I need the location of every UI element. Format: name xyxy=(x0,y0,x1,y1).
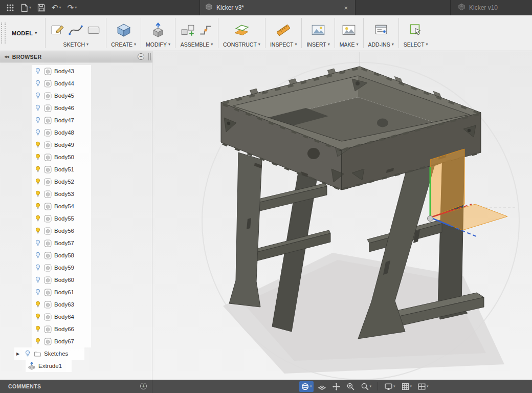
app-grid-icon[interactable] xyxy=(4,2,16,13)
create-form-button[interactable] xyxy=(116,23,131,38)
undo-button[interactable]: ↶ ▾ xyxy=(50,3,63,13)
expand-arrow-icon[interactable]: ▶ xyxy=(16,352,21,356)
new-component-button[interactable] xyxy=(180,23,195,38)
origin-point[interactable] xyxy=(428,216,433,222)
insert-image-button[interactable] xyxy=(311,23,326,38)
close-tab-icon[interactable]: × xyxy=(342,4,350,12)
save-button[interactable] xyxy=(35,2,48,13)
insert-menu[interactable]: INSERT▾ xyxy=(306,41,329,48)
grid-snaps-button[interactable]: ▾ xyxy=(400,381,414,392)
browser-body-row[interactable]: Body61 xyxy=(32,286,91,298)
inspect-menu[interactable]: INSPECT▾ xyxy=(270,41,297,48)
browser-body-row[interactable]: Body50 xyxy=(32,151,91,163)
browser-feature-row[interactable]: Extrude1 xyxy=(26,360,72,372)
visibility-bulb-icon[interactable] xyxy=(34,215,41,222)
make-button[interactable] xyxy=(341,23,357,38)
browser-body-row[interactable]: Body60 xyxy=(32,274,91,286)
browser-body-row[interactable]: Body59 xyxy=(32,261,91,274)
sketch-spline-button[interactable] xyxy=(68,23,83,38)
panel-edge[interactable] xyxy=(152,51,152,380)
select-menu[interactable]: SELECT▾ xyxy=(404,41,428,48)
browser-body-row[interactable]: Body47 xyxy=(32,114,91,126)
sketch-rectangle-button[interactable] xyxy=(86,23,101,38)
browser-body-row[interactable]: Body54 xyxy=(32,200,91,212)
visibility-bulb-icon[interactable] xyxy=(34,239,41,247)
visibility-bulb-icon[interactable] xyxy=(34,227,41,234)
press-pull-button[interactable] xyxy=(150,23,166,38)
toolbar-grip[interactable] xyxy=(1,23,6,43)
visibility-bulb-icon[interactable] xyxy=(34,252,41,259)
visibility-bulb-icon[interactable] xyxy=(34,338,41,345)
construction-plane[interactable] xyxy=(430,149,507,230)
fit-button[interactable]: ▾ xyxy=(359,381,373,392)
collapse-panel-icon[interactable]: ◀◀ xyxy=(4,55,9,59)
create-menu[interactable]: CREATE▾ xyxy=(111,41,136,48)
sketch-menu[interactable]: SKETCH▾ xyxy=(63,41,88,48)
browser-body-row[interactable]: Body63 xyxy=(32,298,91,311)
modify-menu[interactable]: MODIFY▾ xyxy=(146,41,170,48)
browser-body-row[interactable]: Body43 xyxy=(32,65,91,77)
visibility-bulb-icon[interactable] xyxy=(34,289,41,296)
visibility-bulb-icon[interactable] xyxy=(34,203,41,210)
browser-body-row[interactable]: Body45 xyxy=(32,90,91,102)
visibility-bulb-icon[interactable] xyxy=(24,350,31,357)
visibility-bulb-icon[interactable] xyxy=(34,117,41,124)
viewports-button[interactable]: ▾ xyxy=(416,381,430,392)
addins-menu[interactable]: ADD-INS▾ xyxy=(368,41,394,48)
browser-body-row[interactable]: Body52 xyxy=(32,176,91,188)
assemble-menu[interactable]: ASSEMBLE▾ xyxy=(181,41,213,48)
browser-body-row[interactable]: Body58 xyxy=(32,249,91,261)
add-comment-icon[interactable]: + xyxy=(140,383,147,389)
comments-bar[interactable]: COMMENTS + xyxy=(0,380,152,393)
browser-body-row[interactable]: Body51 xyxy=(32,163,91,176)
visibility-bulb-icon[interactable] xyxy=(34,129,41,136)
construct-menu[interactable]: CONSTRUCT▾ xyxy=(223,41,260,48)
browser-body-row[interactable]: Body46 xyxy=(32,102,91,114)
visibility-bulb-icon[interactable] xyxy=(34,92,41,99)
panel-grip[interactable] xyxy=(148,53,151,60)
visibility-bulb-icon[interactable] xyxy=(34,104,41,112)
zoom-button[interactable] xyxy=(345,381,357,392)
document-tab-inactive[interactable]: Kicker v10 xyxy=(450,0,532,15)
browser-body-row[interactable]: Body67 xyxy=(32,335,91,347)
visibility-bulb-icon[interactable] xyxy=(34,264,41,271)
browser-body-row[interactable]: Body48 xyxy=(32,126,91,139)
visibility-bulb-icon[interactable] xyxy=(34,141,41,148)
browser-body-row[interactable]: Body44 xyxy=(32,77,91,90)
visibility-bulb-icon[interactable] xyxy=(34,80,41,87)
display-settings-button[interactable]: ▾ xyxy=(383,381,397,392)
browser-body-row[interactable]: Body56 xyxy=(32,225,91,237)
look-at-button[interactable] xyxy=(316,381,328,392)
construction-plane-button[interactable] xyxy=(234,23,249,38)
orbit-button[interactable]: ▾ xyxy=(299,381,314,392)
visibility-bulb-icon[interactable] xyxy=(34,190,41,198)
visibility-bulb-icon[interactable] xyxy=(34,166,41,173)
select-button[interactable] xyxy=(408,23,424,38)
visibility-bulb-icon[interactable] xyxy=(34,276,41,283)
redo-button[interactable]: ↷ ▾ xyxy=(65,3,79,13)
browser-body-row[interactable]: Body57 xyxy=(32,237,91,249)
scripts-addins-button[interactable] xyxy=(373,23,389,38)
file-menu-button[interactable]: ▾ xyxy=(18,2,33,14)
joint-button[interactable] xyxy=(198,23,213,38)
visibility-bulb-icon[interactable] xyxy=(34,178,41,185)
visibility-bulb-icon[interactable] xyxy=(34,301,41,308)
minimize-browser-icon[interactable]: − xyxy=(138,53,144,60)
browser-sketches-row[interactable]: ▶ Sketches xyxy=(14,347,84,360)
browser-body-row[interactable]: Body53 xyxy=(32,188,91,200)
browser-body-row[interactable]: Body66 xyxy=(32,323,91,335)
browser-body-row[interactable]: Body55 xyxy=(32,212,91,225)
browser-body-row[interactable]: Body64 xyxy=(32,311,91,323)
create-sketch-button[interactable] xyxy=(50,23,65,38)
workspace-selector[interactable]: MODEL ▾ xyxy=(7,15,45,51)
pan-button[interactable] xyxy=(330,381,342,392)
visibility-bulb-icon[interactable] xyxy=(34,325,41,333)
visibility-bulb-icon[interactable] xyxy=(34,154,41,161)
measure-button[interactable] xyxy=(276,23,291,38)
browser-body-row[interactable]: Body49 xyxy=(32,139,91,151)
document-tab-active[interactable]: Kicker v3* × xyxy=(199,0,356,15)
visibility-bulb-icon[interactable] xyxy=(34,313,41,320)
visibility-bulb-icon[interactable] xyxy=(34,68,41,75)
kicker-3d-model[interactable] xyxy=(153,51,532,380)
make-menu[interactable]: MAKE▾ xyxy=(340,41,359,48)
